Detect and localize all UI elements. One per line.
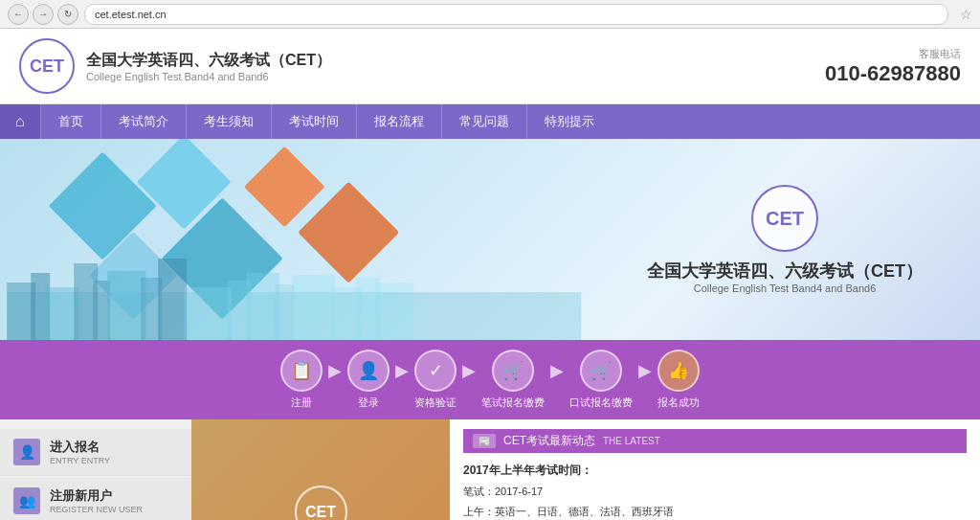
step-arrow-3: ▶ (457, 360, 481, 381)
step-register-icon: 📋 (280, 350, 323, 392)
step-success-label: 报名成功 (657, 396, 700, 410)
url-bar[interactable]: cet.etest.net.cn (84, 4, 948, 25)
site-header: CET 全国大学英语四、六级考试（CET） College English Te… (0, 29, 980, 104)
news-section1-title: 2017年上半年考试时间： (463, 461, 967, 480)
nav-home[interactable]: ⌂ (0, 104, 40, 139)
step-arrow-5: ▶ (633, 360, 657, 381)
site-subtitle: College English Test Band4 and Band6 (86, 71, 331, 82)
step-written-fee: 🛒 笔试报名缴费 (481, 350, 545, 410)
svg-rect-12 (107, 271, 145, 340)
news-header: 📰 CET考试最新动态 THE LATEST (463, 429, 967, 453)
step-arrow-4: ▶ (545, 360, 569, 381)
news-header-icon: 📰 (473, 434, 496, 448)
svg-rect-15 (184, 287, 232, 340)
nav-item-notice[interactable]: 考生须知 (186, 104, 271, 139)
sidebar-entry-main: 进入报名 (50, 439, 110, 456)
news-header-sub: THE LATEST (603, 436, 660, 446)
refresh-button[interactable]: ↻ (57, 4, 78, 25)
news-section: 📰 CET考试最新动态 THE LATEST 2017年上半年考试时间： 笔试：… (450, 419, 980, 520)
step-register: 📋 注册 (280, 350, 323, 410)
center-promo: CET CET4、6级考试 科学 客观 准确 公正 (191, 419, 450, 520)
main-nav: ⌂ 首页 考试简介 考生须知 考试时间 报名流程 常见问题 特别提示 (0, 104, 980, 139)
step-login-label: 登录 (358, 396, 379, 410)
step-login-icon: 👤 (347, 350, 390, 392)
sidebar-register-main: 注册新用户 (50, 487, 143, 505)
sidebar-register-icon: 👥 (13, 487, 40, 514)
svg-rect-14 (158, 259, 187, 340)
svg-rect-22 (375, 283, 413, 340)
news-item-1: 笔试：2017-6-17 (463, 483, 967, 501)
sidebar-item-register[interactable]: 👥 注册新用户 REGISTER NEW USER (0, 478, 191, 520)
sidebar-register-text: 注册新用户 REGISTER NEW USER (50, 487, 143, 514)
nav-item-register[interactable]: 报名流程 (356, 104, 441, 139)
news-content: 2017年上半年考试时间： 笔试：2017-6-17 上午：英语一、日语、德语、… (463, 461, 967, 520)
sidebar-entry-sub: ENTRY ENTRY (50, 456, 110, 465)
hero-cet-badge: CET 全国大学英语四、六级考试（CET） College English Te… (647, 185, 923, 294)
step-success-icon: 👍 (657, 350, 700, 392)
step-arrow-1: ▶ (323, 360, 347, 381)
hero-banner: CET 全国大学英语四、六级考试（CET） College English Te… (0, 139, 980, 340)
step-written-fee-label: 笔试报名缴费 (481, 396, 545, 410)
step-oral-fee-label: 口试报名缴费 (569, 396, 633, 410)
svg-rect-9 (45, 287, 78, 340)
main-content: 👤 进入报名 ENTRY ENTRY 👥 注册新用户 REGISTER NEW … (0, 419, 980, 520)
sidebar-entry-icon: 👤 (13, 439, 40, 465)
logo-circle: CET (19, 38, 75, 94)
step-login: 👤 登录 (347, 350, 390, 410)
forward-button[interactable]: → (33, 4, 54, 25)
hero-cet-circle: CET (751, 185, 818, 252)
back-button[interactable]: ← (8, 4, 29, 25)
nav-item-faq[interactable]: 常见问题 (441, 104, 526, 139)
phone-label: 客服电话 (825, 47, 961, 61)
phone-number: 010-62987880 (825, 61, 961, 86)
hero-title: 全国大学英语四、六级考试（CET） (647, 260, 923, 283)
step-verify-icon: ✓ (414, 350, 457, 392)
promo-cet-circle: CET (295, 486, 347, 520)
phone-area: 客服电话 010-62987880 (825, 47, 961, 86)
step-verify: ✓ 资格验证 (414, 350, 457, 410)
step-register-label: 注册 (291, 396, 312, 410)
site-title: 全国大学英语四、六级考试（CET） (86, 51, 331, 71)
step-verify-label: 资格验证 (414, 396, 457, 410)
nav-item-notice2[interactable]: 特别提示 (526, 104, 612, 139)
nav-item-intro[interactable]: 考试简介 (100, 104, 186, 139)
url-text: cet.etest.net.cn (95, 9, 167, 20)
sidebar-entry-text: 进入报名 ENTRY ENTRY (50, 439, 110, 465)
nav-item-time[interactable]: 考试时间 (271, 104, 356, 139)
logo-area: CET 全国大学英语四、六级考试（CET） College English Te… (19, 38, 331, 94)
logo-text-area: 全国大学英语四、六级考试（CET） College English Test B… (86, 51, 331, 82)
bookmark-star[interactable]: ☆ (960, 7, 972, 22)
news-item-2: 上午：英语一、日语、德语、法语、西班牙语 (463, 503, 967, 520)
news-header-title: CET考试最新动态 (503, 433, 595, 449)
sidebar-register-sub: REGISTER NEW USER (50, 505, 143, 514)
step-written-fee-icon: 🛒 (492, 350, 534, 392)
hero-shapes (0, 139, 588, 340)
svg-rect-18 (275, 284, 294, 340)
browser-chrome: ← → ↻ cet.etest.net.cn ☆ (0, 0, 980, 29)
step-oral-fee-icon: 🛒 (580, 350, 622, 392)
step-arrow-2: ▶ (390, 360, 414, 381)
svg-rect-3 (244, 147, 325, 228)
svg-rect-19 (292, 275, 335, 340)
browser-nav-buttons: ← → ↻ (8, 4, 78, 25)
svg-rect-17 (246, 273, 279, 340)
hero-subtitle: College English Test Band4 and Band6 (647, 283, 923, 294)
sidebar: 👤 进入报名 ENTRY ENTRY 👥 注册新用户 REGISTER NEW … (0, 419, 191, 520)
steps-bar: 📋 注册 ▶ 👤 登录 ▶ ✓ 资格验证 ▶ 🛒 笔试报名缴费 ▶ 🛒 口试报名… (0, 340, 980, 419)
nav-item-home[interactable]: 首页 (40, 104, 100, 139)
sidebar-item-entry[interactable]: 👤 进入报名 ENTRY ENTRY (0, 429, 191, 476)
step-success: 👍 报名成功 (657, 350, 700, 410)
step-oral-fee: 🛒 口试报名缴费 (569, 350, 633, 410)
